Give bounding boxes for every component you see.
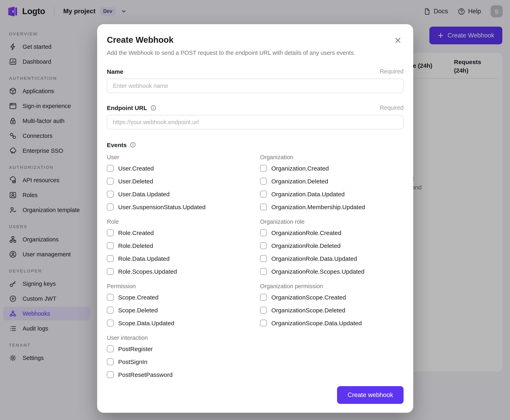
- create-webhook-submit-button[interactable]: Create webhook: [337, 386, 404, 404]
- event-group-label: Organization: [260, 153, 404, 162]
- event-option[interactable]: Role.Created: [107, 226, 250, 239]
- event-option[interactable]: PostResetPassword: [107, 368, 250, 381]
- checkbox[interactable]: [107, 371, 114, 378]
- endpoint-url-label: Endpoint URL: [107, 104, 147, 111]
- event-option[interactable]: OrganizationScope.Deleted: [260, 304, 404, 316]
- event-option-label: Role.Created: [118, 229, 154, 236]
- event-option-label: Scope.Data.Updated: [118, 319, 174, 326]
- endpoint-url-input[interactable]: [107, 115, 404, 129]
- event-option[interactable]: Scope.Created: [107, 291, 250, 304]
- checkbox[interactable]: [260, 190, 267, 197]
- required-badge: Required: [380, 68, 404, 75]
- checkbox[interactable]: [107, 255, 114, 262]
- event-option-label: User.SuspensionStatus.Updated: [118, 203, 206, 210]
- event-option[interactable]: OrganizationScope.Data.Updated: [260, 316, 404, 329]
- checkbox[interactable]: [260, 307, 267, 313]
- event-option[interactable]: OrganizationRole.Data.Updated: [260, 252, 404, 265]
- event-option-label: User.Data.Updated: [118, 190, 170, 197]
- event-option-label: Role.Scopes.Updated: [118, 268, 177, 275]
- event-option[interactable]: Role.Deleted: [107, 239, 250, 252]
- event-option[interactable]: Scope.Data.Updated: [107, 316, 250, 329]
- required-badge: Required: [380, 105, 404, 111]
- event-option[interactable]: OrganizationScope.Created: [260, 291, 404, 304]
- event-option[interactable]: Role.Scopes.Updated: [107, 265, 250, 278]
- checkbox[interactable]: [107, 319, 114, 326]
- event-group-organization-role: Organization role OrganizationRole.Creat…: [260, 217, 404, 278]
- event-group-role: Role Role.Created Role.Deleted Role.Data…: [107, 217, 250, 278]
- event-option-label: Scope.Deleted: [118, 307, 158, 313]
- checkbox[interactable]: [260, 178, 267, 184]
- event-group-label: User: [107, 153, 250, 162]
- info-icon[interactable]: [150, 105, 157, 111]
- checkbox[interactable]: [107, 345, 114, 352]
- event-option-label: Organization.Membership.Updated: [271, 203, 365, 210]
- checkbox[interactable]: [107, 165, 114, 172]
- event-option-label: OrganizationScope.Deleted: [271, 307, 345, 313]
- event-group-label: User interaction: [107, 333, 250, 342]
- event-option[interactable]: User.SuspensionStatus.Updated: [107, 200, 250, 213]
- event-option-label: Organization.Data.Updated: [271, 190, 345, 197]
- event-option[interactable]: Organization.Membership.Updated: [260, 200, 404, 213]
- event-option-label: User.Created: [118, 165, 154, 172]
- event-option-label: OrganizationRole.Data.Updated: [271, 255, 357, 262]
- checkbox[interactable]: [260, 268, 267, 275]
- events-label: Events: [107, 141, 127, 148]
- event-option[interactable]: Organization.Data.Updated: [260, 188, 404, 200]
- checkbox[interactable]: [107, 294, 114, 300]
- info-icon[interactable]: [130, 142, 136, 148]
- event-option[interactable]: User.Created: [107, 162, 250, 174]
- event-group-user-interaction: User interaction PostRegister PostSignIn…: [107, 333, 250, 381]
- event-group-organization: Organization Organization.Created Organi…: [260, 153, 404, 213]
- checkbox[interactable]: [107, 229, 114, 236]
- checkbox[interactable]: [260, 294, 267, 300]
- checkbox[interactable]: [260, 255, 267, 262]
- event-group-user: User User.Created User.Deleted User.Data…: [107, 153, 250, 213]
- modal-title: Create Webhook: [107, 35, 404, 45]
- checkbox[interactable]: [107, 178, 114, 184]
- app-viewport: Logto My project Dev Docs Help: [0, 0, 510, 420]
- event-option-label: OrganizationScope.Created: [271, 294, 346, 300]
- event-option-label: PostRegister: [118, 345, 153, 352]
- checkbox[interactable]: [260, 165, 267, 172]
- event-option[interactable]: OrganizationRole.Deleted: [260, 239, 404, 252]
- event-option-label: Organization.Deleted: [271, 178, 328, 184]
- event-option[interactable]: Scope.Deleted: [107, 304, 250, 316]
- checkbox[interactable]: [107, 203, 114, 210]
- event-group-label: Organization permission: [260, 282, 404, 291]
- checkbox[interactable]: [107, 242, 114, 249]
- event-option-label: Scope.Created: [118, 294, 158, 300]
- event-option[interactable]: PostRegister: [107, 342, 250, 355]
- event-groups: User User.Created User.Deleted User.Data…: [107, 149, 404, 381]
- endpoint-field-block: Endpoint URL Required: [107, 104, 404, 129]
- event-option[interactable]: Role.Data.Updated: [107, 252, 250, 265]
- close-icon[interactable]: [394, 36, 402, 44]
- event-option[interactable]: Organization.Created: [260, 162, 404, 174]
- checkbox[interactable]: [107, 190, 114, 197]
- checkbox[interactable]: [260, 229, 267, 236]
- event-option[interactable]: User.Data.Updated: [107, 188, 250, 200]
- event-option[interactable]: OrganizationRole.Scopes.Updated: [260, 265, 404, 278]
- checkbox[interactable]: [107, 358, 114, 365]
- webhook-name-input[interactable]: [107, 79, 404, 93]
- event-option-label: OrganizationScope.Data.Updated: [271, 319, 362, 326]
- event-option-label: Role.Data.Updated: [118, 255, 170, 262]
- checkbox[interactable]: [107, 307, 114, 313]
- event-group-label: Organization role: [260, 217, 404, 226]
- event-option-label: OrganizationRole.Created: [271, 229, 341, 236]
- event-group-label: Role: [107, 217, 250, 226]
- event-option-label: User.Deleted: [118, 178, 153, 184]
- event-option[interactable]: PostSignIn: [107, 355, 250, 368]
- event-option-label: PostResetPassword: [118, 371, 172, 378]
- event-group-permission: Permission Scope.Created Scope.Deleted S…: [107, 282, 250, 329]
- event-group-label: Permission: [107, 282, 250, 291]
- checkbox[interactable]: [260, 319, 267, 326]
- event-group-organization-permission: Organization permission OrganizationScop…: [260, 282, 404, 329]
- event-groups-left-column: User User.Created User.Deleted User.Data…: [107, 149, 250, 381]
- event-option[interactable]: User.Deleted: [107, 174, 250, 188]
- create-webhook-submit-label: Create webhook: [347, 391, 393, 399]
- checkbox[interactable]: [260, 242, 267, 249]
- checkbox[interactable]: [260, 203, 267, 210]
- event-option[interactable]: Organization.Deleted: [260, 174, 404, 188]
- event-option[interactable]: OrganizationRole.Created: [260, 226, 404, 239]
- checkbox[interactable]: [107, 268, 114, 275]
